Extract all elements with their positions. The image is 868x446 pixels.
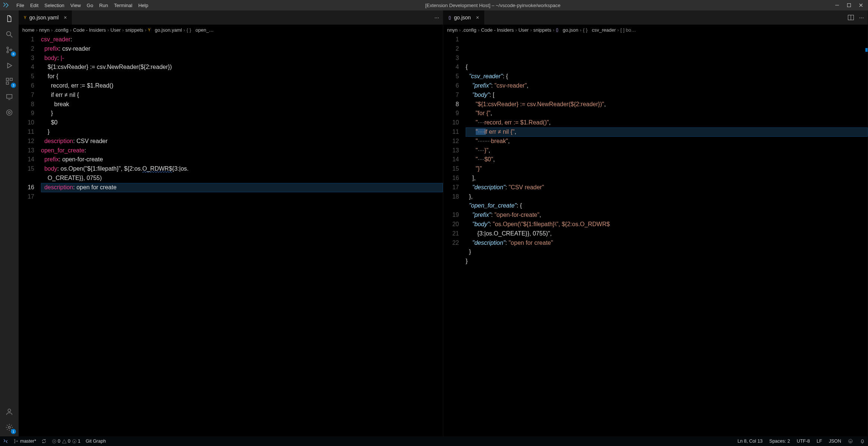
code-line[interactable]: "csv_reader": { bbox=[466, 72, 868, 81]
menu-terminal[interactable]: Terminal bbox=[111, 3, 135, 8]
code-line[interactable]: "}" bbox=[466, 164, 868, 174]
status-bell-icon[interactable] bbox=[860, 439, 865, 444]
menu-run[interactable]: Run bbox=[96, 3, 111, 8]
status-eol[interactable]: LF bbox=[817, 439, 822, 444]
status-git-graph[interactable]: Git Graph bbox=[86, 439, 106, 444]
breadcrumb-segment[interactable]: Code - Insiders bbox=[73, 27, 106, 33]
code-line[interactable]: "········break", bbox=[466, 137, 868, 146]
code-line[interactable]: prefix: csv-reader bbox=[41, 44, 443, 54]
code-line[interactable]: "····$0", bbox=[466, 155, 868, 164]
code-line[interactable]: "prefix": "csv-reader", bbox=[466, 81, 868, 91]
status-indentation[interactable]: Spaces: 2 bbox=[769, 439, 790, 444]
breadcrumb-segment[interactable]: snippets bbox=[125, 27, 143, 33]
tab-go-json[interactable]: {} go.json × bbox=[443, 10, 484, 25]
code-line[interactable]: body: os.Open("${1:filepath}", ${2:os.O_… bbox=[41, 164, 443, 174]
breadcrumb-segment[interactable]: User bbox=[111, 27, 121, 33]
code-line[interactable]: prefix: open-for-create bbox=[41, 155, 443, 164]
activity-explorer-icon[interactable] bbox=[3, 13, 15, 25]
code-line[interactable]: break bbox=[41, 100, 443, 109]
line-number-gutter: 12345678910111213141516171819202122 bbox=[443, 35, 466, 436]
code-line[interactable]: } bbox=[41, 127, 443, 137]
activity-target-icon[interactable] bbox=[3, 107, 15, 118]
window-minimize-icon[interactable] bbox=[834, 3, 840, 8]
menu-help[interactable]: Help bbox=[135, 3, 151, 8]
status-remote-icon[interactable] bbox=[3, 439, 8, 444]
code-line[interactable]: open_for_create: bbox=[41, 146, 443, 155]
breadcrumb-segment[interactable]: csv_reader bbox=[592, 27, 616, 33]
code-line[interactable]: description: open for create bbox=[41, 183, 443, 192]
status-language-mode[interactable]: JSON bbox=[829, 439, 841, 444]
code-line[interactable]: body: |- bbox=[41, 54, 443, 63]
activity-search-icon[interactable] bbox=[3, 28, 15, 40]
code-line[interactable]: "description": "open for create" bbox=[466, 238, 868, 248]
code-line[interactable]: $0 bbox=[41, 118, 443, 127]
breadcrumb-segment[interactable]: nnyn bbox=[447, 27, 457, 33]
code-line[interactable]: "description": "CSV reader" bbox=[466, 183, 868, 192]
status-feedback-icon[interactable] bbox=[848, 439, 853, 444]
status-cursor-position[interactable]: Ln 8, Col 13 bbox=[738, 439, 763, 444]
code-line[interactable]: record, err := $1.Read() bbox=[41, 81, 443, 91]
status-sync-icon[interactable] bbox=[41, 439, 47, 444]
status-branch[interactable]: master* bbox=[13, 439, 36, 444]
code-line[interactable]: ], bbox=[466, 174, 868, 183]
status-encoding[interactable]: UTF-8 bbox=[797, 439, 810, 444]
editor-more-icon[interactable]: ⋯ bbox=[434, 15, 439, 20]
code-line[interactable]: "open_for_create": { bbox=[466, 201, 868, 211]
code-line[interactable]: for { bbox=[41, 72, 443, 81]
breadcrumb-segment[interactable]: .config bbox=[54, 27, 68, 33]
breadcrumb-segment[interactable]: open_… bbox=[196, 27, 214, 33]
breadcrumb-segment[interactable]: User bbox=[519, 27, 529, 33]
code-line[interactable]: "····record, err := $1.Read()", bbox=[466, 118, 868, 127]
close-icon[interactable]: × bbox=[476, 15, 479, 20]
code-editor-right[interactable]: 12345678910111213141516171819202122 { "c… bbox=[443, 35, 868, 436]
tab-go-json-yaml[interactable]: Y go.json.yaml × bbox=[19, 10, 72, 25]
breadcrumb-segment[interactable]: nnyn bbox=[39, 27, 50, 33]
code-line[interactable]: } bbox=[41, 109, 443, 118]
menu-go[interactable]: Go bbox=[84, 3, 96, 8]
menu-edit[interactable]: Edit bbox=[27, 3, 41, 8]
window-maximize-icon[interactable] bbox=[846, 3, 852, 8]
breadcrumb-segment[interactable]: Code - Insiders bbox=[481, 27, 514, 33]
code-line[interactable] bbox=[41, 192, 443, 202]
code-line[interactable]: } bbox=[466, 247, 868, 257]
code-line[interactable]: O_CREATE}}, 0755) bbox=[41, 174, 443, 183]
breadcrumbs-right[interactable]: nnyn› .config› Code - Insiders› User› sn… bbox=[443, 25, 868, 35]
code-line[interactable]: "body": [ bbox=[466, 91, 868, 100]
activity-debug-icon[interactable] bbox=[3, 60, 15, 72]
menu-view[interactable]: View bbox=[67, 3, 84, 8]
activity-gear-icon[interactable]: 1 bbox=[3, 421, 15, 433]
menu-file[interactable]: File bbox=[13, 3, 27, 8]
code-line[interactable]: "····}", bbox=[466, 146, 868, 155]
breadcrumbs-left[interactable]: home› nnyn› .config› Code - Insiders› Us… bbox=[19, 25, 443, 35]
editor-more-icon[interactable]: ⋯ bbox=[859, 15, 864, 20]
activity-remote-icon[interactable] bbox=[3, 91, 15, 103]
status-problems[interactable]: 0 0 1 bbox=[52, 439, 80, 444]
menu-selection[interactable]: Selection bbox=[41, 3, 67, 8]
code-line[interactable]: if err ≠ nil { bbox=[41, 91, 443, 100]
code-line[interactable]: "prefix": "open-for-create", bbox=[466, 211, 868, 220]
split-editor-icon[interactable] bbox=[848, 15, 854, 20]
code-line[interactable]: "${1:csvReader} := csv.NewReader(${2:rea… bbox=[466, 100, 868, 109]
activity-extensions-icon[interactable]: 3 bbox=[3, 75, 15, 87]
code-line[interactable]: "body": "os.Open(\"${1:filepath}\", ${2:… bbox=[466, 220, 868, 229]
code-line[interactable]: csv_reader: bbox=[41, 35, 443, 44]
code-line[interactable]: "for {", bbox=[466, 109, 868, 118]
code-line[interactable]: "····if err ≠ nil {", bbox=[466, 127, 868, 137]
window-close-icon[interactable] bbox=[858, 3, 864, 8]
code-editor-left[interactable]: 1234567891011121314151617 csv_reader: pr… bbox=[19, 35, 443, 436]
breadcrumb-segment[interactable]: go.json bbox=[563, 27, 579, 33]
code-line[interactable]: { bbox=[466, 63, 868, 72]
breadcrumb-segment[interactable]: home bbox=[22, 27, 35, 33]
code-line[interactable]: ${1:csvReader} := csv.NewReader(${2:read… bbox=[41, 63, 443, 72]
breadcrumb-segment[interactable]: go.json.yaml bbox=[155, 27, 182, 33]
activity-scm-icon[interactable]: 8 bbox=[3, 44, 15, 56]
code-line[interactable]: {3:|os.O_CREATE}}, 0755)", bbox=[466, 229, 868, 238]
code-line[interactable]: description: CSV reader bbox=[41, 137, 443, 146]
code-line[interactable]: } bbox=[466, 257, 868, 266]
breadcrumb-segment[interactable]: snippets bbox=[533, 27, 551, 33]
breadcrumb-segment[interactable]: .config bbox=[462, 27, 476, 33]
code-line[interactable] bbox=[466, 266, 868, 275]
close-icon[interactable]: × bbox=[64, 15, 67, 20]
code-line[interactable]: }, bbox=[466, 192, 868, 202]
activity-account-icon[interactable] bbox=[3, 406, 15, 418]
